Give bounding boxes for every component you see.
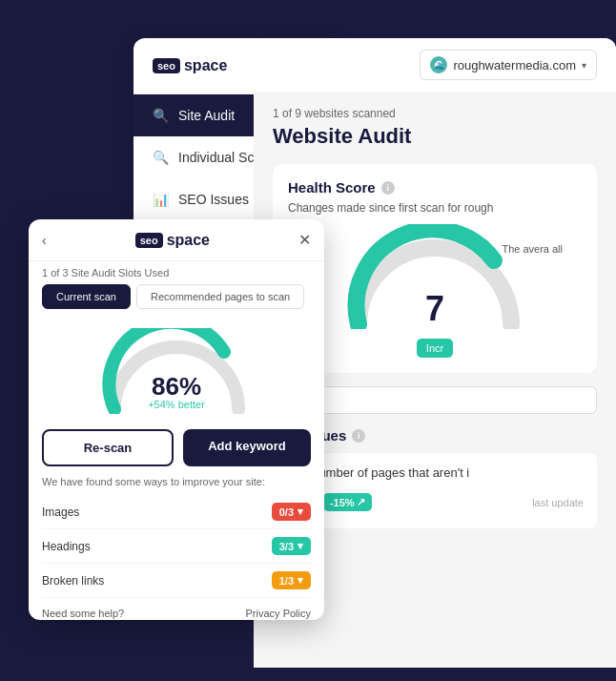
issue-row-images: Images 0/3 ▾	[42, 495, 311, 529]
search-input[interactable]	[304, 393, 586, 407]
health-gauge-area: 7 The avera all	[288, 224, 582, 329]
scan-icon: 🔍	[153, 150, 169, 165]
scan-card: ‹ seo space ✕ 1 of 3 Site Audit Slots Us…	[29, 219, 324, 620]
scan-card-logo: seo space	[135, 232, 210, 249]
issue-badge-headings[interactable]: 3/3 ▾	[272, 537, 311, 555]
slots-info: 1 of 3 Site Audit Slots Used	[29, 261, 324, 284]
help-link[interactable]: Need some help?	[42, 608, 124, 619]
issues-list: Images 0/3 ▾ Headings 3/3 ▾ Broken links…	[29, 495, 324, 598]
tabs-row: Current scan Recommended pages to scan	[29, 284, 324, 319]
large-gauge: 7	[339, 224, 530, 329]
issue-badge-broken-links[interactable]: 1/3 ▾	[272, 571, 311, 589]
issue-change-badge: -15% ↗	[323, 493, 372, 511]
page-title: Website Audit	[273, 124, 597, 149]
panel-top-bar: 🌊 roughwatermedia.com ▾	[254, 38, 616, 92]
tab-recommended[interactable]: Recommended pages to scan	[136, 284, 304, 309]
search-icon: 🔍	[153, 108, 169, 123]
scan-count: 1 of 9 websites scanned	[273, 107, 597, 120]
tab-current-scan[interactable]: Current scan	[42, 284, 131, 309]
issue-stats-row: 21 -15% ↗ last update	[286, 487, 584, 517]
action-buttons: Re-scan Add keyword	[29, 420, 324, 476]
rescan-button[interactable]: Re-scan	[42, 429, 174, 466]
domain-name: roughwatermedia.com	[453, 58, 576, 72]
nav-label-seo-issues: SEO Issues	[178, 192, 249, 207]
domain-selector[interactable]: 🌊 roughwatermedia.com ▾	[420, 50, 597, 80]
space-text-card: space	[167, 232, 210, 249]
gauge-center-text: 86% +54% better	[148, 374, 205, 410]
bar-chart-icon: 📊	[153, 192, 169, 207]
seo-badge: seo	[153, 58, 180, 73]
back-arrow-icon[interactable]: ‹	[42, 233, 47, 248]
improve-text: We have found some ways to improve your …	[29, 476, 324, 495]
issue-label-broken-links: Broken links	[42, 574, 104, 588]
domain-icon: 🌊	[430, 56, 447, 73]
avg-text: The avera all	[502, 243, 563, 255]
chevron-down-icon: ▾	[582, 60, 586, 71]
small-gauge: 86% +54% better	[100, 328, 253, 414]
gauge-change: +54% better	[148, 399, 205, 410]
issue-title-row: 📄 Number of pages that aren't i	[286, 464, 584, 480]
header-controls: ‹	[42, 233, 47, 248]
health-score-title: Health Score i	[288, 179, 582, 196]
add-keyword-button[interactable]: Add keyword	[183, 429, 311, 466]
gauge-percent: 86%	[148, 374, 205, 399]
top-issues-info-icon: i	[352, 429, 365, 443]
issue-text: Number of pages that aren't i	[310, 465, 469, 480]
issue-label-images: Images	[42, 506, 79, 519]
issue-row-headings: Headings 3/3 ▾	[42, 529, 311, 564]
issue-row-broken-links: Broken links 1/3 ▾	[42, 564, 311, 598]
issue-badge-images[interactable]: 0/3 ▾	[272, 503, 311, 521]
issue-label-headings: Headings	[42, 540, 91, 553]
card-footer: Need some help? Privacy Policy	[29, 598, 324, 620]
close-icon[interactable]: ✕	[298, 231, 311, 249]
gauge-container: 86% +54% better	[29, 319, 324, 420]
privacy-link[interactable]: Privacy Policy	[246, 608, 311, 619]
large-score-value: 7	[425, 289, 444, 329]
scan-card-header: ‹ seo space ✕	[29, 219, 324, 261]
increase-button[interactable]: Incr	[417, 339, 453, 358]
nav-label-site-audit: Site Audit	[178, 108, 235, 123]
issue-last-update: last update	[532, 497, 584, 508]
health-description: Changes made since first scan for rough	[288, 201, 582, 215]
info-icon: i	[381, 181, 395, 195]
seo-badge-card: seo	[135, 233, 163, 248]
space-text: space	[184, 57, 227, 74]
